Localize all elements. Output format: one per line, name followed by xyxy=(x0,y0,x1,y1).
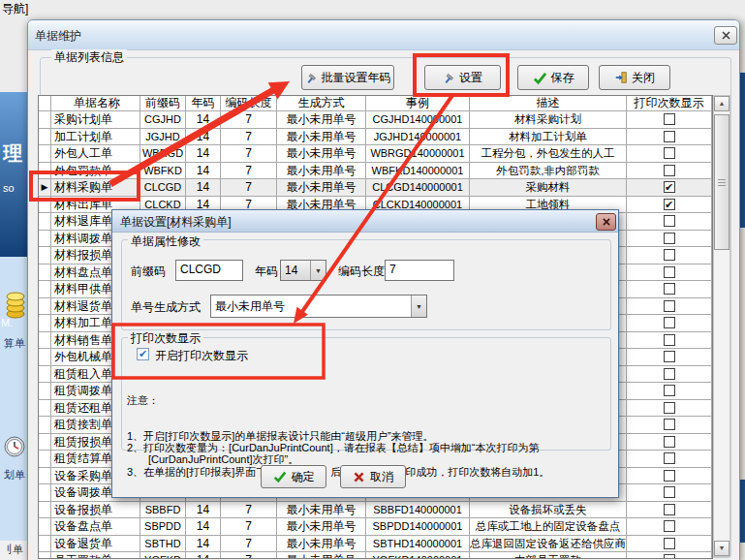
table-row[interactable]: 外包人工单WBRGD147最小未用单号WBRGD140000001工程分包，外包… xyxy=(39,145,712,163)
cell-gut[interactable] xyxy=(39,111,51,129)
cell-gut[interactable] xyxy=(39,163,51,180)
cell-name[interactable]: 外包人工单 xyxy=(51,145,140,163)
cell-name[interactable]: 外包罚款单 xyxy=(51,163,140,180)
cell-desc[interactable]: 总库退回固定设备返还给供应商 xyxy=(470,536,627,553)
header-example[interactable]: 事例 xyxy=(366,96,470,111)
cell-desc[interactable]: 外包罚款,非内部罚款 xyxy=(470,163,627,180)
print-count-checkbox[interactable] xyxy=(664,300,675,312)
cell-gut[interactable] xyxy=(39,502,51,519)
dialog-close-button[interactable] xyxy=(596,213,616,231)
print-count-checkbox[interactable] xyxy=(664,334,675,346)
cell-pre[interactable]: SBPDD xyxy=(140,518,186,536)
cell-desc[interactable]: 设备损坏或丢失 xyxy=(470,502,627,519)
header-prefix[interactable]: 前缀码 xyxy=(140,96,186,111)
cancel-button[interactable]: 取消 xyxy=(340,465,406,488)
table-row[interactable]: 加工计划单JGJHD147最小未用单号JGJHD140000001材料加工计划单 xyxy=(39,129,712,146)
cell-name[interactable]: 设备盘点单 xyxy=(51,518,140,536)
cell-mode[interactable]: 最小未用单号 xyxy=(277,536,366,553)
year-combobox[interactable]: 14 ▼ xyxy=(280,260,326,281)
header-desc[interactable]: 描述 xyxy=(470,96,627,111)
window-titlebar[interactable]: 单据维护 xyxy=(28,20,739,50)
cell-yr[interactable]: 14 xyxy=(186,163,221,180)
print-count-checkbox[interactable] xyxy=(664,538,675,549)
cell-desc[interactable]: 总库或工地上的固定设备盘点 xyxy=(470,518,627,536)
print-count-checkbox[interactable] xyxy=(664,317,675,328)
cell-gut[interactable] xyxy=(39,264,51,282)
cell-pre[interactable]: WBFKD xyxy=(140,163,186,180)
header-print-count[interactable]: 打印次数显示 xyxy=(627,96,712,111)
cell-mode[interactable]: 最小未用单号 xyxy=(277,129,366,146)
cell-gut[interactable] xyxy=(39,400,51,418)
setup-button[interactable]: 设置 xyxy=(424,65,501,90)
prefix-input[interactable]: CLCGD xyxy=(175,260,243,281)
header-name[interactable]: 单据名称 xyxy=(51,96,140,111)
cell-desc[interactable]: 采购材料 xyxy=(470,179,627,197)
window-close-button[interactable] xyxy=(714,26,737,45)
header-codelen[interactable]: 编码长度 xyxy=(221,96,277,111)
print-count-checkbox[interactable] xyxy=(664,147,675,159)
cell-gut[interactable] xyxy=(39,315,51,332)
table-row[interactable]: 采购计划单CGJHD147最小未用单号CGJHD140000001材料采购计划 xyxy=(39,111,712,129)
cell-mode[interactable]: 最小未用单号 xyxy=(277,163,366,180)
print-count-checkbox[interactable] xyxy=(664,452,675,464)
table-row[interactable]: 外包罚款单WBFKD147最小未用单号WBFKD140000001外包罚款,非内… xyxy=(39,163,712,180)
table-row[interactable]: 设备退货单SBTHD147最小未用单号SBTHD140000001总库退回固定设… xyxy=(39,536,712,553)
cell-ex[interactable]: SBTHD140000001 xyxy=(366,536,470,553)
cell-ex[interactable]: WBFKD140000001 xyxy=(366,163,470,180)
table-vertical-scrollbar[interactable]: ▲ ▼ xyxy=(713,95,730,557)
cell-ex[interactable]: YGFKD140000001 xyxy=(366,552,470,559)
cell-desc[interactable]: 工程分包，外包发生的人工 xyxy=(470,145,627,163)
cell-len[interactable]: 7 xyxy=(221,536,277,553)
print-count-checkbox[interactable] xyxy=(664,131,675,142)
cell-yr[interactable]: 14 xyxy=(186,502,221,519)
print-count-checkbox[interactable] xyxy=(664,283,675,295)
cell-desc[interactable]: 材料加工计划单 xyxy=(470,129,627,146)
cell-pre[interactable]: WBRGD xyxy=(140,145,186,163)
print-count-checkbox[interactable] xyxy=(664,554,675,559)
cell-ex[interactable]: SBBFD140000001 xyxy=(366,502,470,519)
cell-gut[interactable] xyxy=(39,247,51,264)
cell-gut[interactable] xyxy=(39,484,51,502)
print-count-checkbox[interactable] xyxy=(664,419,675,430)
close-window-button[interactable]: 关闭 xyxy=(599,65,670,90)
print-count-checkbox[interactable] xyxy=(664,520,675,532)
print-count-checkbox[interactable]: ✔ xyxy=(664,199,675,210)
cell-gut[interactable] xyxy=(39,281,51,298)
cell-mode[interactable]: 最小未用单号 xyxy=(277,552,366,559)
cell-gut[interactable] xyxy=(39,298,51,316)
cell-yr[interactable]: 14 xyxy=(186,552,221,559)
print-count-checkbox[interactable] xyxy=(664,233,675,244)
cell-yr[interactable]: 14 xyxy=(186,518,221,536)
cell-gut[interactable] xyxy=(39,451,51,468)
table-row[interactable]: ▶材料采购单CLCGD147最小未用单号CLCGD140000001采购材料✔ xyxy=(39,179,712,197)
print-count-checkbox[interactable] xyxy=(664,266,675,278)
cell-name[interactable]: 设备退货单 xyxy=(51,536,140,553)
cell-name[interactable]: 员工罚款单 xyxy=(51,552,140,559)
cell-ex[interactable]: SBPDD140000001 xyxy=(366,518,470,536)
cell-desc[interactable]: 内部员工罚款 xyxy=(470,552,627,559)
cell-ex[interactable]: JGJHD140000001 xyxy=(366,129,470,146)
cell-name[interactable]: 材料采购单 xyxy=(51,179,140,197)
scrollbar-up-button[interactable]: ▲ xyxy=(714,96,729,111)
codelen-input[interactable]: 7 xyxy=(385,260,454,281)
table-row[interactable]: 设备报损单SBBFD147最小未用单号SBBFD140000001设备损坏或丢失 xyxy=(39,502,712,519)
print-count-checkbox[interactable] xyxy=(664,402,675,414)
cell-len[interactable]: 7 xyxy=(221,111,277,129)
cell-len[interactable]: 7 xyxy=(221,518,277,536)
chevron-down-icon[interactable]: ▼ xyxy=(310,261,326,280)
cell-ex[interactable]: CLCGD140000001 xyxy=(366,179,470,197)
cell-pre[interactable]: CLCGD xyxy=(140,179,186,197)
cell-mode[interactable]: 最小未用单号 xyxy=(277,518,366,536)
batch-set-yearcode-button[interactable]: 批量设置年码 xyxy=(301,65,394,90)
cell-gut[interactable] xyxy=(39,417,51,434)
cell-len[interactable]: 7 xyxy=(221,552,277,559)
dialog-titlebar[interactable]: 单据设置[材料采购单] xyxy=(112,210,618,233)
cell-gut[interactable] xyxy=(39,145,51,163)
cell-ex[interactable]: CGJHD140000001 xyxy=(366,111,470,129)
ok-button[interactable]: 确定 xyxy=(261,465,326,488)
cell-yr[interactable]: 14 xyxy=(186,179,221,197)
scrollbar-down-button[interactable]: ▼ xyxy=(714,541,729,556)
print-count-checkbox[interactable] xyxy=(664,113,675,125)
print-count-checkbox[interactable] xyxy=(664,436,675,448)
cell-len[interactable]: 7 xyxy=(221,145,277,163)
